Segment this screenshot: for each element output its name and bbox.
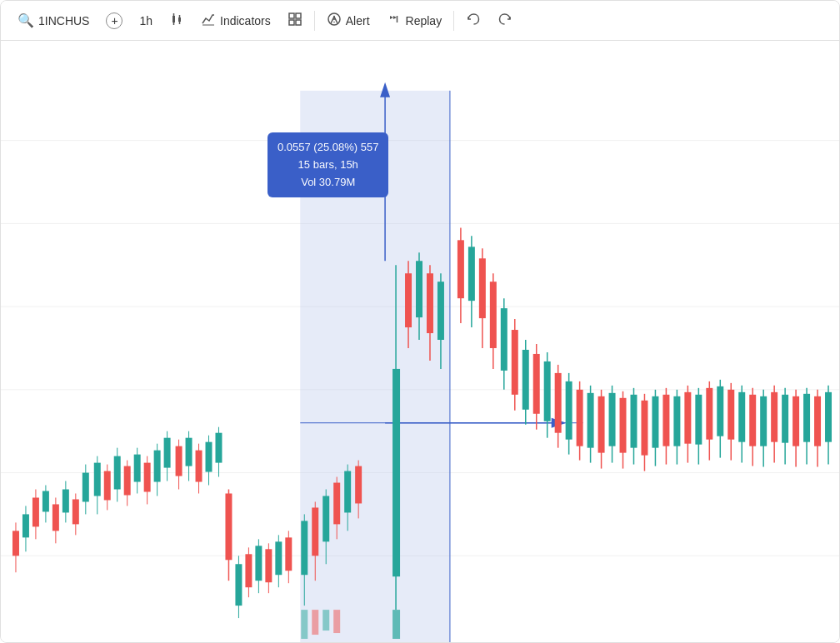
svg-rect-145 xyxy=(652,396,658,448)
svg-rect-32 xyxy=(42,491,49,512)
svg-rect-113 xyxy=(479,258,486,318)
svg-rect-175 xyxy=(814,396,821,446)
svg-rect-94 xyxy=(344,471,351,513)
svg-rect-82 xyxy=(301,521,308,575)
svg-rect-58 xyxy=(176,446,182,476)
toolbar-divider-2 xyxy=(453,11,454,31)
search-icon: 🔍 xyxy=(18,14,34,27)
undo-icon xyxy=(466,12,481,29)
svg-rect-83 xyxy=(301,610,308,639)
svg-rect-62 xyxy=(196,451,202,482)
svg-rect-42 xyxy=(94,463,101,496)
add-symbol-button[interactable]: + xyxy=(99,8,129,33)
svg-rect-163 xyxy=(749,395,756,446)
alert-label: Alert xyxy=(346,14,370,27)
indicators-icon xyxy=(201,12,216,29)
svg-rect-119 xyxy=(512,330,518,395)
svg-rect-72 xyxy=(245,554,252,587)
svg-marker-22 xyxy=(380,82,390,97)
chart-area[interactable]: 0.0557 (25.08%) 557 15 bars, 15h Vol 30.… xyxy=(1,41,839,642)
svg-rect-127 xyxy=(555,373,562,433)
svg-rect-103 xyxy=(416,261,422,317)
replay-icon xyxy=(387,12,402,29)
svg-rect-44 xyxy=(104,471,111,501)
add-icon: + xyxy=(106,12,122,29)
selection-region xyxy=(300,91,450,642)
svg-rect-161 xyxy=(738,392,745,442)
candlestick-icon xyxy=(169,12,184,29)
svg-rect-88 xyxy=(322,496,329,541)
svg-rect-173 xyxy=(803,394,810,442)
svg-rect-91 xyxy=(333,483,340,525)
svg-rect-78 xyxy=(275,541,282,575)
svg-rect-74 xyxy=(255,546,262,581)
svg-rect-125 xyxy=(544,361,551,421)
svg-rect-99 xyxy=(392,610,400,639)
svg-rect-153 xyxy=(695,395,702,445)
symbol-search[interactable]: 🔍 1INCHUS xyxy=(11,10,96,32)
indicators-label: Indicators xyxy=(220,14,271,27)
svg-rect-121 xyxy=(522,350,529,410)
svg-rect-50 xyxy=(134,455,141,482)
svg-rect-60 xyxy=(186,438,192,466)
svg-rect-129 xyxy=(566,381,572,440)
svg-rect-40 xyxy=(82,473,89,502)
svg-rect-52 xyxy=(144,463,151,492)
svg-rect-137 xyxy=(609,393,616,446)
svg-rect-86 xyxy=(312,610,318,635)
symbol-label: 1INCHUS xyxy=(38,14,89,27)
svg-rect-9 xyxy=(289,20,294,25)
svg-rect-85 xyxy=(312,507,318,556)
alert-button[interactable]: Alert xyxy=(320,7,377,33)
replay-label: Replay xyxy=(406,14,442,27)
svg-rect-135 xyxy=(598,396,605,453)
toolbar-divider-1 xyxy=(314,11,315,31)
svg-rect-7 xyxy=(289,13,294,18)
svg-rect-131 xyxy=(577,390,583,446)
svg-rect-169 xyxy=(782,395,788,443)
svg-rect-30 xyxy=(32,497,39,526)
svg-rect-38 xyxy=(72,499,79,524)
svg-rect-155 xyxy=(706,388,712,440)
svg-rect-177 xyxy=(825,392,832,442)
replay-button[interactable]: Replay xyxy=(380,7,449,33)
undo-button[interactable] xyxy=(459,7,488,33)
svg-rect-64 xyxy=(206,442,212,472)
indicators-button[interactable]: Indicators xyxy=(194,7,278,33)
svg-rect-105 xyxy=(427,273,433,333)
svg-rect-8 xyxy=(296,13,301,18)
svg-rect-109 xyxy=(458,240,464,298)
svg-rect-76 xyxy=(265,549,272,582)
svg-rect-171 xyxy=(792,396,799,446)
svg-rect-141 xyxy=(630,395,637,448)
svg-rect-165 xyxy=(760,396,767,446)
svg-rect-107 xyxy=(438,282,444,340)
svg-rect-101 xyxy=(405,273,412,327)
svg-rect-34 xyxy=(52,504,59,531)
svg-rect-159 xyxy=(728,390,734,440)
svg-rect-96 xyxy=(355,466,362,504)
svg-point-13 xyxy=(333,22,335,23)
timeframe-button[interactable]: 1h xyxy=(132,10,159,32)
chart-container: 🔍 1INCHUS + 1h xyxy=(0,0,840,643)
svg-rect-157 xyxy=(717,386,723,436)
svg-rect-0 xyxy=(172,16,175,22)
svg-rect-92 xyxy=(333,610,340,633)
toolbar: 🔍 1INCHUS + 1h xyxy=(1,1,839,41)
redo-button[interactable] xyxy=(491,7,519,33)
svg-rect-70 xyxy=(235,564,242,606)
alert-icon xyxy=(327,12,342,29)
layout-button[interactable] xyxy=(281,7,309,33)
svg-rect-167 xyxy=(771,392,778,442)
chart-type-button[interactable] xyxy=(162,7,191,33)
svg-rect-10 xyxy=(296,20,301,25)
svg-rect-133 xyxy=(588,393,594,448)
svg-rect-80 xyxy=(285,537,292,571)
candlestick-chart xyxy=(1,41,839,642)
svg-rect-111 xyxy=(468,247,475,301)
svg-rect-46 xyxy=(114,456,121,490)
svg-rect-36 xyxy=(62,490,69,513)
svg-rect-66 xyxy=(215,433,222,463)
redo-icon xyxy=(498,12,512,29)
svg-rect-26 xyxy=(12,531,19,556)
